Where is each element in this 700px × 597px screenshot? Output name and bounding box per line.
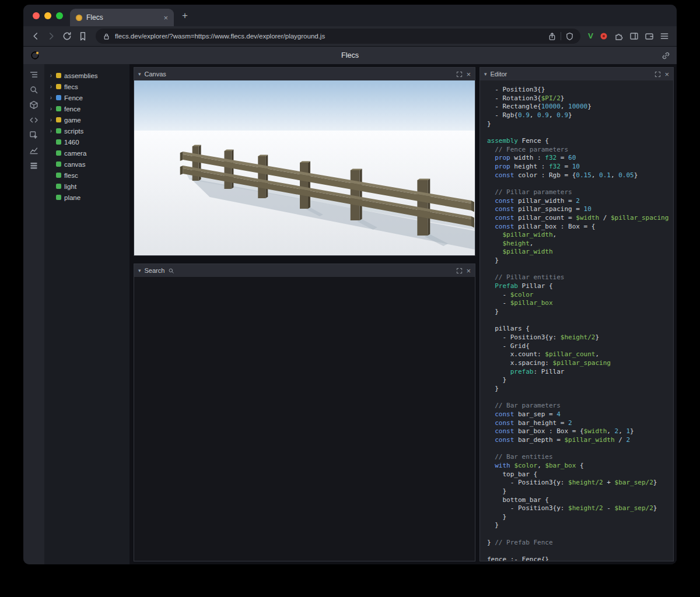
v-extension-icon[interactable]: V (588, 31, 593, 41)
code-line: assembly Fence { (487, 137, 673, 146)
entity-color-square (56, 184, 61, 189)
code-line: - Grid{ (487, 342, 673, 351)
expand-icon[interactable] (654, 71, 661, 78)
tree-item-scripts[interactable]: ›scripts (49, 125, 128, 136)
tab-close-button[interactable]: × (163, 14, 168, 22)
close-window-button[interactable] (33, 12, 40, 19)
menu-button[interactable] (659, 31, 670, 41)
code-line (487, 128, 673, 137)
script-editor-icon[interactable] (29, 115, 38, 125)
chevron-down-icon[interactable]: ▾ (138, 268, 141, 273)
expand-icon[interactable] (456, 71, 463, 78)
record-extension-icon[interactable] (599, 31, 608, 41)
tree-item-Fence[interactable]: ›Fence (49, 92, 128, 103)
new-tab-button[interactable]: + (182, 10, 188, 20)
code-line (487, 547, 673, 556)
browser-tab-flecs[interactable]: Flecs × (70, 9, 174, 26)
browser-tab-strip: Flecs × + (23, 5, 677, 26)
entity-color-square (56, 128, 61, 134)
tree-expand-icon[interactable]: › (49, 72, 53, 79)
tree-item-assemblies[interactable]: ›assemblies (49, 70, 128, 81)
editor-code[interactable]: - Position3{} - Rotation3{$PI/2} - Recta… (480, 80, 673, 561)
code-line: const pillar_box : Box = { (487, 223, 673, 231)
chevron-down-icon[interactable]: ▾ (484, 71, 487, 77)
entity-color-square (56, 117, 61, 122)
entity-color-square (56, 106, 61, 111)
editor-panel-header[interactable]: ▾ Editor × (480, 68, 673, 80)
minimize-window-button[interactable] (44, 12, 51, 19)
shield-icon[interactable] (565, 32, 574, 41)
code-line: const pillar_count = $width / $pillar_sp… (487, 214, 673, 223)
tree-expand-icon[interactable]: › (49, 128, 53, 134)
code-line: - Position3{y: $height/2 - $bar_sep/2} (487, 504, 673, 513)
stats-chart-icon[interactable] (29, 146, 38, 155)
tree-item-1460[interactable]: 1460 (49, 136, 128, 148)
chevron-down-icon[interactable]: ▾ (138, 71, 141, 77)
code-line: - Position3{y: $height/2} (487, 333, 673, 342)
tree-item-light[interactable]: light (49, 181, 128, 192)
canvas-3d-viewport[interactable] (134, 80, 475, 255)
tree-item-plane[interactable]: plane (49, 192, 128, 203)
inspector-icon[interactable] (29, 131, 38, 140)
entity-label: plane (64, 194, 80, 201)
entity-label: flesc (64, 172, 78, 179)
zoom-window-button[interactable] (56, 12, 63, 19)
search-icon (168, 268, 174, 274)
code-line: } (487, 513, 673, 522)
fence-pillar (351, 169, 362, 221)
traffic-lights (33, 12, 63, 19)
link-icon[interactable] (662, 51, 670, 60)
back-button[interactable] (30, 31, 41, 41)
tree-item-flesc[interactable]: flesc (49, 170, 128, 181)
side-panel-icon[interactable] (629, 31, 639, 41)
entities-box-icon[interactable] (29, 100, 38, 110)
code-line: // Bar parameters (487, 402, 673, 410)
code-line: pillars { (487, 325, 673, 333)
entity-color-square (56, 84, 61, 89)
close-icon[interactable]: × (466, 267, 471, 275)
code-line: const bar_sep = 4 (487, 410, 673, 419)
forward-button[interactable] (46, 31, 57, 41)
code-line: x.count: $pillar_count, (487, 350, 673, 359)
code-line: - $color (487, 291, 673, 300)
close-icon[interactable]: × (466, 71, 471, 78)
tree-item-game[interactable]: ›game (49, 114, 128, 125)
center-column: ▾ Canvas × (134, 67, 475, 561)
search-panel: ▾ Search × (134, 264, 475, 561)
tree-item-fence[interactable]: ›fence (49, 103, 128, 114)
wallet-icon[interactable] (645, 31, 654, 41)
tree-expand-icon[interactable]: › (49, 106, 53, 112)
tree-item-canvas[interactable]: canvas (49, 159, 128, 170)
query-search-icon[interactable] (29, 85, 38, 94)
entity-tree: ›assemblies›flecs›Fence›fence›game›scrip… (44, 64, 130, 564)
code-line: // Bar entities (487, 453, 673, 462)
code-line (487, 317, 673, 325)
tree-item-flecs[interactable]: ›flecs (49, 81, 128, 92)
address-bar[interactable]: flecs.dev/explorer/?wasm=https://www.fle… (96, 29, 580, 44)
code-line (487, 180, 673, 188)
entity-tree-icon[interactable] (29, 70, 38, 79)
url-text[interactable]: flecs.dev/explorer/?wasm=https://www.fle… (115, 33, 544, 40)
extensions-puzzle-icon[interactable] (614, 31, 624, 41)
code-line: const pillar_width = 2 (487, 197, 673, 206)
entity-color-square (56, 150, 61, 156)
search-results-area[interactable] (134, 277, 475, 561)
reload-button[interactable] (62, 31, 72, 41)
code-line: } (487, 385, 673, 394)
canvas-3d-scene (134, 80, 475, 255)
expand-icon[interactable] (456, 268, 463, 274)
canvas-panel-header[interactable]: ▾ Canvas × (134, 68, 475, 80)
tree-expand-icon[interactable]: › (49, 94, 53, 101)
bookmark-icon[interactable] (78, 31, 88, 41)
tree-item-camera[interactable]: camera (49, 148, 128, 159)
share-icon[interactable] (548, 32, 556, 41)
code-line: x.spacing: $pillar_spacing (487, 359, 673, 368)
tables-icon[interactable] (29, 161, 38, 170)
tree-expand-icon[interactable]: › (49, 83, 53, 90)
entity-label: light (64, 183, 76, 190)
entity-label: camera (64, 150, 86, 157)
tree-expand-icon[interactable]: › (49, 117, 53, 123)
divider (561, 32, 561, 40)
close-icon[interactable]: × (664, 71, 669, 78)
search-panel-header[interactable]: ▾ Search × (134, 264, 475, 277)
